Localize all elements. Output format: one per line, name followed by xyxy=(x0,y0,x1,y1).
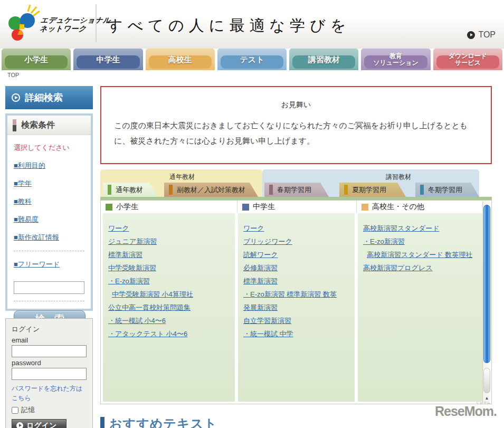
search-link-new-revision[interactable]: ■新作改訂情報 xyxy=(14,233,84,242)
tab-bar-icon xyxy=(269,185,273,195)
forgot-password-link[interactable]: パスワードを忘れた方はこちら xyxy=(12,384,87,403)
material-link[interactable]: ・E-zo新演習 xyxy=(108,277,230,286)
tab-bar-icon xyxy=(420,185,424,195)
material-link[interactable]: ・E-zo新演習 標準新演習 数英 xyxy=(243,290,349,299)
material-link[interactable]: ジュニア新演習 xyxy=(108,237,230,246)
tab-yearly-materials[interactable]: 通年教材 xyxy=(103,183,158,197)
tab-label: 冬期学習用 xyxy=(428,185,462,195)
material-link[interactable]: ブリッジワーク xyxy=(243,237,349,246)
material-link[interactable]: 中学受験新演習 小4算理社 xyxy=(108,290,230,299)
tab-bar-icon xyxy=(169,185,173,195)
nav-tab-elementary[interactable]: 小学生 xyxy=(2,49,71,70)
password-field[interactable] xyxy=(12,368,87,380)
search-link-subject[interactable]: ■教科 xyxy=(14,197,84,206)
logo-text[interactable]: エデュケーショナル ネットワーク xyxy=(39,16,111,33)
email-label: email xyxy=(12,336,87,344)
nav-tab-label2: ソリューション xyxy=(373,60,419,66)
material-link[interactable]: ・E-zo新演習 xyxy=(363,237,477,246)
material-tabs: 通年教材 講習教材 通年教材 副教材／入試対策教材 春期学習用 夏期学習用 冬期… xyxy=(100,169,492,200)
panel-body: ワーク ジュニア新演習 標準新演習 中学受験新演習 ・E-zo新演習 中学受験新… xyxy=(101,213,482,404)
column-high-school-other: 高校新演習スタンダード ・E-zo新演習 高校新演習スタンダード 数英理社 高校… xyxy=(358,213,482,402)
play-circle-icon xyxy=(467,31,475,39)
detail-search-button[interactable]: 詳細検索 xyxy=(5,86,93,109)
detail-search-label: 詳細検索 xyxy=(25,91,63,104)
material-link[interactable]: ・統一模試 小4〜6 xyxy=(108,316,230,326)
search-link-grade[interactable]: ■学年 xyxy=(14,179,84,188)
condolence-notice: お見舞い この度の東日本大震災におきましてお亡くなりになられた方々のご冥福をお祈… xyxy=(100,86,492,164)
search-conditions-title: 検索条件 xyxy=(21,120,55,131)
material-link[interactable]: 高校新演習スタンダード 数英理社 xyxy=(363,250,477,260)
material-link[interactable]: 標準新演習 xyxy=(108,250,230,260)
search-link-freeword[interactable]: ■フリーワード xyxy=(14,260,84,269)
remember-checkbox[interactable] xyxy=(12,407,18,414)
logo-line1: エデュケーショナル xyxy=(40,16,111,24)
email-field[interactable] xyxy=(12,345,87,357)
tab-label: 夏期学習用 xyxy=(352,185,386,195)
remember-label: 記憶 xyxy=(21,405,35,415)
material-link[interactable]: 読解ワーク xyxy=(243,250,349,260)
column-title: 中学生 xyxy=(253,202,275,212)
tab-bar-icon xyxy=(108,185,111,195)
login-button[interactable]: ログイン xyxy=(12,419,66,428)
play-circle-icon xyxy=(12,93,20,102)
tab-summer-study[interactable]: 夏期学習用 xyxy=(339,183,406,197)
search-conditions-body: 選択してください ■利用目的 ■学年 ■教科 ■難易度 ■新作改訂情報 ■フリー… xyxy=(7,135,91,328)
password-label: password xyxy=(12,359,87,367)
nav-tab-high-school[interactable]: 高校生 xyxy=(146,49,215,70)
bar-icon xyxy=(13,119,16,131)
column-header-high-school-other: 高校生・その他 xyxy=(357,201,482,213)
watermark-text: ReseMom. xyxy=(435,404,497,419)
tab-winter-study[interactable]: 冬期学習用 xyxy=(415,183,479,197)
tab-spring-study[interactable]: 春期学習用 xyxy=(264,183,329,197)
material-link[interactable]: 中学受験新演習 xyxy=(108,263,230,273)
blue-square-icon xyxy=(242,204,249,211)
recommend-heading: おすすめテキスト xyxy=(100,415,217,428)
material-link[interactable]: 必修新演習 xyxy=(243,263,349,273)
main-nav: 小学生 中学生 高校生 テスト 講習教材 教育 ソリューション xyxy=(0,49,504,70)
breadcrumb[interactable]: TOP xyxy=(7,72,19,78)
material-link[interactable]: ワーク xyxy=(243,224,349,233)
scrollbar-thumb[interactable] xyxy=(483,205,490,363)
search-link-purpose[interactable]: ■利用目的 xyxy=(14,161,84,170)
column-header-junior-high: 中学生 xyxy=(237,201,357,213)
header: エデュケーショナル ネットワーク すべての人に最適な学びを TOP xyxy=(0,0,504,49)
login-title: ログイン xyxy=(12,325,87,334)
header-divider xyxy=(96,4,97,42)
material-link[interactable]: ・統一模試 中学 xyxy=(243,329,349,339)
material-link[interactable]: ・アタックテスト 小4〜6 xyxy=(108,329,230,339)
material-link[interactable]: 標準新演習 xyxy=(243,277,349,286)
nav-tab-course-materials[interactable]: 講習教材 xyxy=(289,49,358,70)
material-link[interactable]: 発展新演習 xyxy=(243,303,349,312)
logo-line2: ネットワーク xyxy=(39,24,110,33)
nav-tab-junior-high[interactable]: 中学生 xyxy=(73,49,142,70)
material-link[interactable]: 自立学習新演習 xyxy=(243,316,349,326)
scrollbar[interactable]: ▲ xyxy=(482,201,491,403)
panel-header: 小学生 中学生 高校生・その他 xyxy=(101,201,482,213)
freeword-input[interactable] xyxy=(14,281,84,294)
heading-bar-icon xyxy=(100,417,104,428)
login-button-label: ログイン xyxy=(26,421,56,428)
nav-tab-label: 教育 xyxy=(389,53,402,60)
top-link-label: TOP xyxy=(478,30,496,40)
search-link-difficulty[interactable]: ■難易度 xyxy=(14,215,84,224)
tab-supplementary-exam-materials[interactable]: 副教材／入試対策教材 xyxy=(164,183,258,197)
material-link[interactable]: 高校新演習プログレス xyxy=(363,263,477,273)
material-link[interactable]: 高校新演習スタンダード xyxy=(363,224,477,233)
watermark-ruby: リセマム xyxy=(476,401,491,405)
notice-title: お見舞い xyxy=(114,100,478,110)
dashed-divider xyxy=(14,301,84,301)
nav-tab-download-service[interactable]: ダウンロード サービス xyxy=(433,49,502,70)
top-link[interactable]: TOP xyxy=(467,30,496,40)
search-conditions-header: 検索条件 xyxy=(7,116,91,135)
tab-label: 通年教材 xyxy=(116,185,143,195)
nav-tab-label: 高校生 xyxy=(168,55,192,64)
scrollbar-track-end xyxy=(483,368,490,393)
page: エデュケーショナル ネットワーク すべての人に最適な学びを TOP 小学生 中学… xyxy=(0,0,504,428)
material-link[interactable]: 公立中高一貫校対策問題集 xyxy=(108,303,230,312)
orange-square-icon xyxy=(362,204,368,211)
nav-tab-education-solution[interactable]: 教育 ソリューション xyxy=(361,49,430,70)
select-note: 選択してください xyxy=(14,143,84,153)
play-circle-icon xyxy=(16,422,23,428)
material-link[interactable]: ワーク xyxy=(108,224,230,233)
nav-tab-test[interactable]: テスト xyxy=(217,49,287,70)
